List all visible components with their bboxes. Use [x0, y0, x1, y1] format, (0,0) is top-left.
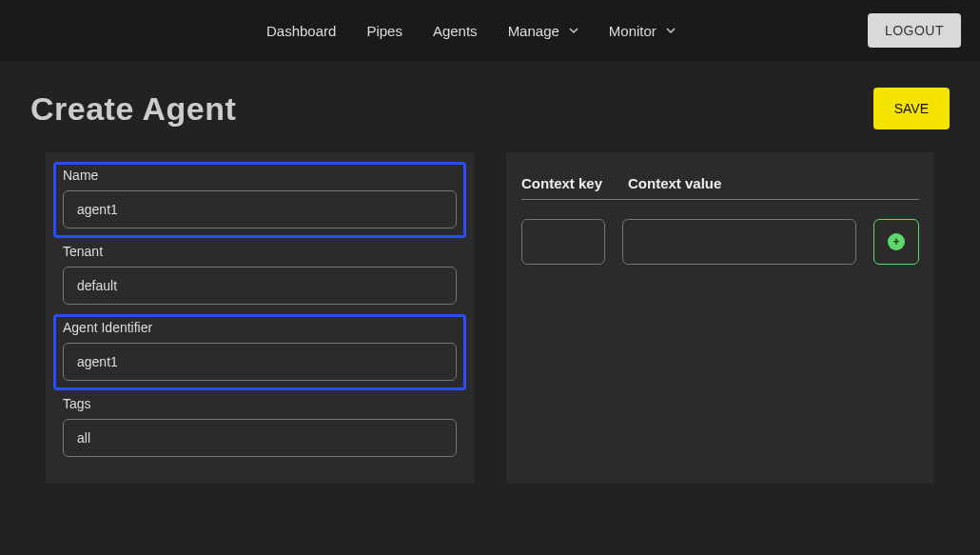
- nav-dashboard[interactable]: Dashboard: [266, 23, 336, 39]
- tags-input[interactable]: [63, 419, 457, 457]
- context-row: +: [521, 219, 919, 265]
- nav-monitor-label: Monitor: [609, 23, 657, 39]
- page-header: Create Agent SAVE: [0, 61, 980, 152]
- nav-dashboard-label: Dashboard: [266, 23, 336, 39]
- context-value-input[interactable]: [622, 219, 856, 265]
- tags-label: Tags: [63, 396, 457, 411]
- name-label: Name: [63, 168, 457, 183]
- context-value-header: Context value: [628, 175, 919, 191]
- logout-button[interactable]: LOGOUT: [868, 13, 961, 48]
- nav-pipes[interactable]: Pipes: [366, 23, 402, 39]
- save-button[interactable]: SAVE: [873, 88, 950, 129]
- chevron-down-icon: [569, 26, 578, 35]
- nav-manage-label: Manage: [508, 23, 559, 39]
- context-key-input[interactable]: [521, 219, 605, 265]
- agent-form-panel: Name Tenant Agent Identifier Tags: [46, 152, 474, 484]
- page-title: Create Agent: [30, 90, 236, 128]
- identifier-label: Agent Identifier: [63, 320, 457, 335]
- name-field-block: Name: [53, 162, 466, 238]
- tenant-label: Tenant: [63, 244, 457, 259]
- top-nav: Dashboard Pipes Agents Manage Monitor LO…: [0, 0, 980, 61]
- context-key-header: Context key: [521, 175, 611, 191]
- plus-circle-icon: +: [888, 233, 905, 250]
- nav-links: Dashboard Pipes Agents Manage Monitor: [266, 23, 676, 39]
- name-input[interactable]: [63, 190, 457, 228]
- main-content: Name Tenant Agent Identifier Tags Contex…: [0, 152, 980, 484]
- add-context-button[interactable]: +: [873, 219, 919, 265]
- context-header-row: Context key Context value: [521, 175, 919, 200]
- tenant-input[interactable]: [63, 267, 457, 305]
- nav-manage[interactable]: Manage: [508, 23, 578, 39]
- nav-pipes-label: Pipes: [366, 23, 402, 39]
- nav-agents-label: Agents: [433, 23, 478, 39]
- tags-field-block: Tags: [53, 390, 466, 466]
- context-panel: Context key Context value +: [506, 152, 934, 484]
- chevron-down-icon: [666, 26, 676, 35]
- identifier-input[interactable]: [63, 343, 457, 381]
- tenant-field-block: Tenant: [53, 238, 466, 314]
- identifier-field-block: Agent Identifier: [53, 314, 466, 390]
- nav-agents[interactable]: Agents: [433, 23, 478, 39]
- nav-monitor[interactable]: Monitor: [609, 23, 676, 39]
